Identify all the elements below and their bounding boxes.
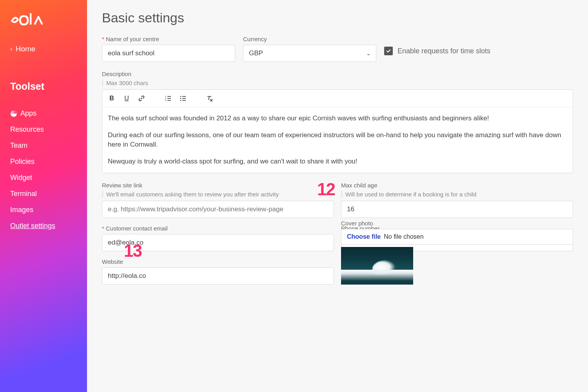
- apps-icon: [10, 110, 17, 117]
- svg-text:3: 3: [165, 99, 166, 102]
- sidebar-item-label: Apps: [20, 109, 36, 118]
- svg-point-10: [180, 96, 181, 97]
- sidebar-section-title: Toolset: [10, 81, 77, 92]
- home-link[interactable]: ‹ Home: [10, 45, 77, 53]
- sidebar-item-label: Team: [10, 142, 27, 150]
- email-label: Customer contact email: [102, 225, 334, 232]
- currency-label: Currency: [243, 36, 376, 42]
- cover-photo-label: Cover photo: [341, 220, 573, 227]
- child-age-hint: Will be used to determine if a booking i…: [341, 191, 573, 198]
- child-age-input[interactable]: [341, 201, 573, 218]
- sidebar-item-policies[interactable]: Policies: [10, 154, 77, 170]
- chevron-left-icon: ‹: [10, 45, 13, 53]
- sidebar-item-label: Outlet settings: [10, 222, 55, 230]
- sidebar-item-label: Images: [10, 206, 33, 214]
- sidebar: ‹ Home Toolset Apps Resources Team Polic…: [0, 0, 87, 392]
- svg-point-12: [180, 100, 181, 101]
- home-label: Home: [16, 45, 36, 53]
- ordered-list-button[interactable]: 123: [163, 94, 173, 103]
- sidebar-item-resources[interactable]: Resources: [10, 122, 77, 138]
- enable-requests-label: Enable requests for time slots: [397, 47, 490, 55]
- sidebar-item-label: Terminal: [10, 190, 37, 198]
- review-hint: We'll email customers asking them to rev…: [102, 191, 334, 198]
- underline-button[interactable]: U: [122, 94, 131, 103]
- sidebar-item-outlet-settings[interactable]: Outlet settings: [10, 218, 77, 234]
- sidebar-item-widget[interactable]: Widget: [10, 170, 77, 186]
- review-link-input[interactable]: [102, 201, 334, 218]
- unordered-list-button[interactable]: [178, 94, 188, 103]
- page-title: Basic settings: [102, 10, 573, 25]
- description-p3: Newquay is truly a world-class spot for …: [108, 157, 567, 167]
- annotation-12: 12: [317, 180, 335, 199]
- annotation-13: 13: [124, 241, 142, 261]
- choose-file-button[interactable]: Choose file: [347, 233, 381, 240]
- sidebar-item-terminal[interactable]: Terminal: [10, 186, 77, 202]
- sidebar-item-team[interactable]: Team: [10, 138, 77, 154]
- sidebar-item-label: Policies: [10, 158, 34, 166]
- sidebar-nav: Apps Resources Team Policies Widget Term…: [10, 105, 77, 234]
- sidebar-item-label: Widget: [10, 174, 32, 182]
- review-label: Review site link: [102, 182, 334, 189]
- editor-toolbar: B U 123: [102, 90, 573, 107]
- currency-select[interactable]: [243, 45, 376, 62]
- description-hint: Max 3000 chars: [102, 80, 573, 86]
- link-button[interactable]: [137, 94, 146, 103]
- no-file-text: No file chosen: [384, 233, 423, 240]
- bold-button[interactable]: B: [107, 94, 116, 103]
- svg-point-11: [180, 98, 181, 99]
- description-label: Description: [102, 71, 573, 77]
- enable-requests-checkbox[interactable]: [384, 47, 393, 55]
- brand-logo: [10, 12, 77, 27]
- sidebar-item-label: Resources: [10, 125, 44, 134]
- cover-photo-file-input[interactable]: Choose file No file chosen: [341, 229, 573, 245]
- description-p2: During each of our surfing lessons, one …: [108, 131, 567, 150]
- description-textarea[interactable]: The eola surf school was founded in 2012…: [102, 107, 573, 173]
- sidebar-item-images[interactable]: Images: [10, 202, 77, 218]
- website-input[interactable]: [102, 267, 334, 285]
- name-label: Name of your centre: [102, 36, 235, 42]
- description-p1: The eola surf school was founded in 2012…: [108, 114, 567, 123]
- clear-format-button[interactable]: [205, 94, 214, 103]
- main-content: Basic settings Name of your centre Curre…: [87, 0, 588, 392]
- child-age-label: Max child age: [341, 182, 573, 189]
- sidebar-item-apps[interactable]: Apps: [10, 105, 77, 122]
- name-input[interactable]: [102, 45, 235, 62]
- description-editor: B U 123 The eola surf school was foun: [102, 89, 573, 173]
- cover-photo-preview: [341, 247, 413, 285]
